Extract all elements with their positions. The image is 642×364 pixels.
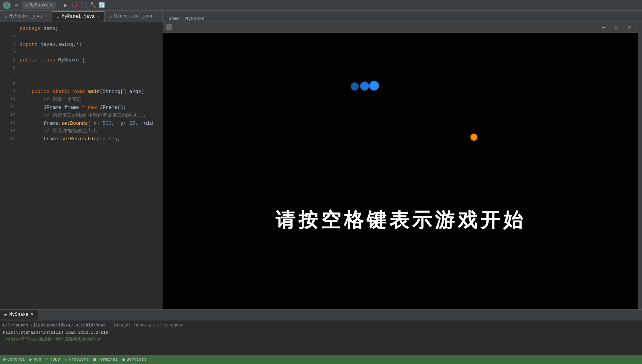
ide-toolbar: 👤 ↩ ☕ MySnake ▾ ▶ 🐞 ⬛ 🔨 🔄 [0,0,642,11]
tab-mysnake-java[interactable]: ☕ MySnake.java × [0,11,52,22]
status-services[interactable]: ◉ Services [122,357,146,362]
services-icon: ◉ [122,357,125,362]
user-avatar-icon: 👤 [3,2,11,9]
run-output-line-2: Files\JetBrains\IntelliJ IDEA 2022.1.2\b… [3,329,639,336]
close-tab-icon[interactable]: × [98,15,100,19]
code-editor-panel: 1 package demo; 2 3 import javax.swing.*… [0,22,163,309]
status-control[interactable]: ⚙ Control [3,357,25,362]
status-terminal[interactable]: ▣ Terminal [93,357,118,362]
toolbar-separator [59,2,59,9]
run-panel: ▶ MySnake × C:\Program Files\Java\jdk-17… [0,309,642,355]
close-tab-icon[interactable]: × [45,14,47,19]
code-line-3: 3 import javax.swing.*; [0,41,163,49]
terminal-icon: ▣ [93,357,96,362]
game-canvas[interactable]: 请按空格键表示游戏开始 [163,33,638,309]
close-run-tab-icon[interactable]: × [31,312,33,317]
close-button[interactable]: ✕ [624,24,635,31]
problems-icon: ⚠ [65,357,67,362]
tab-mypanel-java[interactable]: ☕ MyPanel.java × [52,11,105,22]
snake-head [369,81,379,91]
game-window-icon [166,24,172,30]
code-line-11: 11 JFrame frame = new JFrame (); [0,104,163,112]
sync-button[interactable]: 🔄 [99,2,105,9]
code-line-4: 4 [0,49,163,56]
run-tab-bar: ▶ MySnake × [0,310,642,320]
snake-body-1 [360,82,369,91]
dropdown-icon: ▾ [50,2,53,8]
snake-body-2 [351,82,359,91]
game-titlebar-left [166,24,172,30]
run-output: C:\Program Files\Java\jdk-17.0.5\bin\jav… [0,320,642,355]
code-line-2: 2 [0,33,163,41]
project-icon: ☕ [25,2,28,8]
project-name-display[interactable]: ☕ MySnake ▾ [22,2,56,9]
breadcrumb: demo › MySnake [164,16,209,22]
editor-tab-bar: ☕ MySnake.java × ☕ MyPanel.java × ☕ Dire… [0,11,642,22]
back-button[interactable]: ↩ [13,2,20,9]
stop-button[interactable]: ⬛ [80,2,87,9]
java-file-icon: ☕ [57,14,60,19]
run-status-icon: ▶ [29,357,32,362]
build-button[interactable]: 🔨 [90,2,96,9]
minimize-button[interactable]: ─ [598,24,609,31]
game-start-text: 请按空格键表示游戏开始 [163,207,638,234]
run-button[interactable]: ▶ [62,2,69,9]
run-tab-icon: ▶ [5,312,7,317]
status-problems[interactable]: ⚠ Problems [65,357,89,362]
code-line-7: 7 [0,72,163,80]
game-window-controls: ─ □ ✕ [598,24,635,31]
java-file-icon: ☕ [5,14,7,19]
debug-button[interactable]: 🐞 [71,2,78,9]
code-line-1: 1 package demo; [0,25,163,33]
right-scrollbar-panel [638,22,642,309]
food-item [470,133,478,141]
code-editor[interactable]: 1 package demo; 2 3 import javax.swing.*… [0,22,163,309]
control-icon: ⚙ [3,357,6,362]
java-file-icon: ☕ [109,14,112,19]
todo-icon: ≡ [46,357,49,362]
code-line-15: 15 frame. setResizable ( false ); [0,135,163,143]
code-line-10: 10 // 创建一个窗口 [0,96,163,104]
bottom-area: ▶ MySnake × C:\Program Files\Java\jdk-17… [0,309,642,364]
game-titlebar: ─ □ ✕ [163,22,638,33]
status-bar: ⚙ Control ▶ Run ≡ TODO ⚠ Problems ▣ Term… [0,355,642,364]
code-line-6: 6 [0,64,163,72]
status-todo[interactable]: ≡ TODO [46,357,60,362]
run-tab-mysnake[interactable]: ▶ MySnake × [0,310,38,320]
code-line-8: 8 [0,80,163,88]
main-area: 1 package demo; 2 3 import javax.swing.*… [0,22,642,309]
code-line-5: 5 public class MySnake { [0,56,163,64]
code-line-13: 13 frame. setBounds ( x: 500 , y: 25 , w… [0,120,163,128]
run-output-line-3: .redis-黑马\02-实战篇\代码\完整实现版代码\Gr [3,336,639,343]
status-run[interactable]: ▶ Run [29,357,41,362]
game-window: ─ □ ✕ 请按空格键表示游戏开始 [163,22,638,309]
code-line-12: 12 // 指定窗口x和y的相对位置及窗口的宽度... [0,112,163,120]
code-line-9: 9 public static void main ( String [] ar… [0,88,163,96]
maximize-button[interactable]: □ [611,24,622,31]
code-line-14: 14 // 不允许拖拽改变大小 [0,127,163,135]
close-tab-icon[interactable]: × [156,14,158,19]
run-output-line-1: C:\Program Files\Java\jdk-17.0.5\bin\jav… [3,322,639,329]
tab-direction-java[interactable]: ☕ Direction.java × [105,11,162,22]
